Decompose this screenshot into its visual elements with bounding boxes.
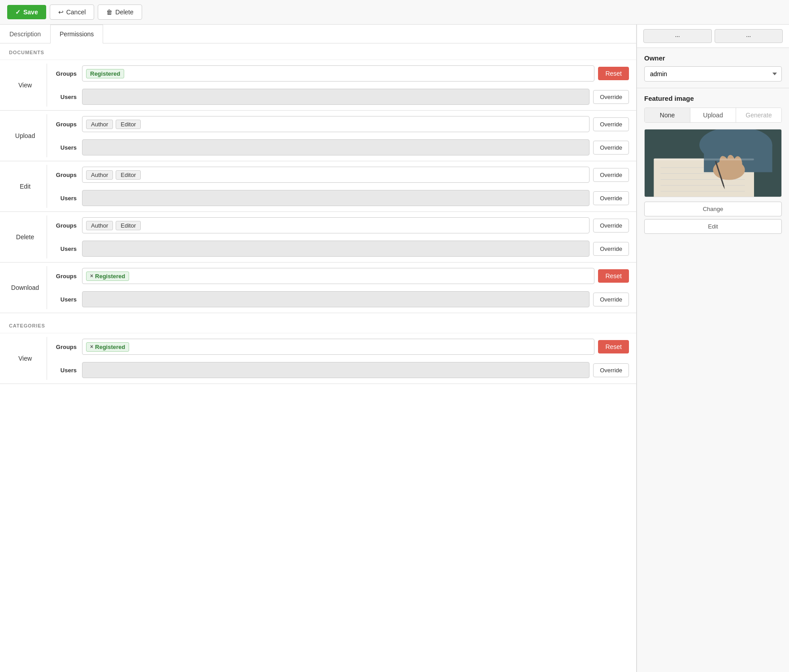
right-action-btn-2[interactable]: ··· (715, 29, 783, 43)
download-users-input[interactable] (82, 291, 590, 307)
change-image-button[interactable]: Change (644, 202, 782, 216)
left-panel: Description Permissions DOCUMENTS View G… (0, 25, 637, 672)
groups-label: Groups (51, 222, 82, 229)
tab-permissions[interactable]: Permissions (50, 25, 103, 43)
featured-image-section: Featured image None Upload Generate (637, 88, 789, 243)
right-action-btn-1[interactable]: ··· (643, 29, 712, 43)
delete-groups-row: Groups Author Editor Override (51, 214, 633, 237)
featured-image-svg (645, 129, 781, 197)
featured-tab-none[interactable]: None (645, 108, 690, 122)
permission-view: View Groups Registered Reset Users Overr… (0, 60, 636, 111)
permission-download: Download Groups × Registered Reset Users (0, 263, 636, 313)
featured-image-container (644, 129, 782, 197)
registered-tag: Registered (86, 69, 124, 78)
divider (47, 266, 47, 309)
download-action-label: Download (7, 264, 43, 311)
author-tag: Author (86, 120, 113, 129)
edit-users-row: Users Override (51, 186, 633, 210)
editor-tag: Editor (116, 221, 141, 230)
featured-image-title: Featured image (644, 95, 782, 102)
check-icon: ✓ (15, 9, 21, 16)
author-tag: Author (86, 221, 113, 230)
cancel-button[interactable]: ↩ Cancel (50, 4, 95, 20)
groups-label: Groups (51, 121, 82, 128)
right-top-buttons: ··· ··· (637, 25, 789, 48)
edit-users-override-button[interactable]: Override (593, 191, 629, 205)
categories-view-groups-row: Groups × Registered Reset (51, 335, 633, 358)
owner-select[interactable]: admin editor author (644, 66, 782, 82)
permission-delete: Delete Groups Author Editor Override Use… (0, 212, 636, 263)
categories-section-label: CATEGORIES (0, 317, 636, 333)
view-users-row: Users Override (51, 85, 633, 108)
users-label: Users (51, 367, 82, 374)
svg-rect-15 (654, 159, 754, 160)
edit-image-button[interactable]: Edit (644, 219, 782, 234)
delete-groups-override-button[interactable]: Override (593, 219, 629, 233)
registered-tag: × Registered (86, 271, 129, 281)
groups-label: Groups (51, 273, 82, 280)
right-panel: ··· ··· Owner admin editor author Featur… (637, 25, 789, 672)
tabs-container: Description Permissions (0, 25, 636, 43)
permission-categories-view: View Groups × Registered Reset Users (0, 333, 636, 384)
divider (47, 64, 47, 107)
delete-users-row: Users Override (51, 237, 633, 260)
divider (47, 165, 47, 208)
users-label: Users (51, 195, 82, 202)
groups-label: Groups (51, 172, 82, 178)
delete-users-override-button[interactable]: Override (593, 242, 629, 256)
groups-label: Groups (51, 70, 82, 77)
users-label: Users (51, 246, 82, 252)
edit-action-label: Edit (7, 163, 43, 210)
download-users-row: Users Override (51, 288, 633, 311)
divider (47, 215, 47, 258)
categories-view-groups-input[interactable]: × Registered (82, 339, 594, 355)
delete-users-input[interactable] (82, 241, 590, 257)
download-groups-input[interactable]: × Registered (82, 268, 594, 284)
download-groups-reset-button[interactable]: Reset (598, 269, 629, 283)
featured-tab-upload[interactable]: Upload (690, 108, 736, 122)
owner-section: Owner admin editor author (637, 48, 789, 88)
upload-users-row: Users Override (51, 136, 633, 159)
users-label: Users (51, 144, 82, 151)
main-layout: Description Permissions DOCUMENTS View G… (0, 25, 789, 672)
upload-action-label: Upload (7, 112, 43, 159)
toolbar: ✓ Save ↩ Cancel 🗑 Delete (0, 0, 789, 25)
featured-image-tabs: None Upload Generate (644, 108, 782, 123)
upload-users-input[interactable] (82, 139, 590, 155)
delete-button[interactable]: 🗑 Delete (98, 4, 142, 20)
save-button[interactable]: ✓ Save (7, 5, 46, 19)
edit-groups-override-button[interactable]: Override (593, 168, 629, 182)
categories-view-users-input[interactable] (82, 362, 590, 378)
featured-tab-generate[interactable]: Generate (736, 108, 781, 122)
remove-registered-button[interactable]: × (90, 273, 93, 279)
tab-description[interactable]: Description (0, 25, 50, 43)
upload-groups-override-button[interactable]: Override (593, 117, 629, 131)
view-groups-input[interactable]: Registered (82, 65, 594, 82)
download-groups-row: Groups × Registered Reset (51, 264, 633, 288)
upload-users-override-button[interactable]: Override (593, 141, 629, 155)
delete-groups-input[interactable]: Author Editor (82, 217, 590, 233)
categories-view-groups-reset-button[interactable]: Reset (598, 340, 629, 353)
download-users-override-button[interactable]: Override (593, 293, 629, 306)
edit-groups-input[interactable]: Author Editor (82, 167, 590, 183)
upload-groups-row: Groups Author Editor Override (51, 112, 633, 136)
categories-view-action-label: View (7, 335, 43, 382)
delete-action-label: Delete (7, 214, 43, 260)
edit-users-input[interactable] (82, 190, 590, 206)
categories-view-users-override-button[interactable]: Override (593, 363, 629, 377)
download-rows: Groups × Registered Reset Users Override (51, 264, 633, 311)
author-tag: Author (86, 170, 113, 180)
owner-title: Owner (644, 54, 782, 62)
users-label: Users (51, 296, 82, 303)
permission-upload: Upload Groups Author Editor Override Use… (0, 111, 636, 161)
undo-icon: ↩ (58, 9, 64, 16)
upload-rows: Groups Author Editor Override Users Over… (51, 112, 633, 159)
users-label: Users (51, 94, 82, 100)
view-groups-reset-button[interactable]: Reset (598, 67, 629, 80)
upload-groups-input[interactable]: Author Editor (82, 116, 590, 132)
view-users-override-button[interactable]: Override (593, 90, 629, 104)
remove-registered-button[interactable]: × (90, 344, 93, 350)
view-users-input[interactable] (82, 89, 590, 105)
featured-image-preview (645, 129, 781, 197)
permission-edit: Edit Groups Author Editor Override Users… (0, 161, 636, 212)
